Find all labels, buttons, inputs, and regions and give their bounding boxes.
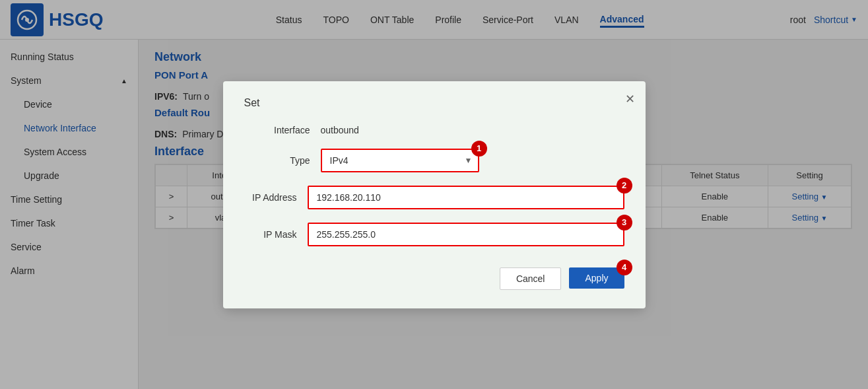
form-ip-row: IP Address 2 (244, 186, 624, 209)
step-badge-1: 1 (471, 141, 487, 157)
modal-close-button[interactable]: ✕ (625, 92, 635, 106)
ip-address-label: IP Address (244, 192, 297, 203)
interface-label: Interface (244, 125, 310, 135)
type-label: Type (244, 155, 310, 166)
ip-mask-input[interactable] (308, 223, 624, 246)
type-select-wrapper: IPv4 IPv6 ▼ (321, 149, 479, 172)
ip-mask-label: IP Mask (244, 229, 297, 240)
cancel-button[interactable]: Cancel (500, 267, 562, 290)
form-mask-row: IP Mask 3 (244, 223, 624, 246)
modal-title: Set (244, 97, 624, 109)
type-select[interactable]: IPv4 IPv6 (321, 149, 479, 172)
ip-address-input[interactable] (308, 186, 624, 209)
ip-input-wrapper: 2 (308, 186, 624, 209)
step-badge-2: 2 (617, 178, 632, 194)
form-interface-row: Interface outbound (244, 125, 624, 135)
mask-input-wrapper: 3 (308, 223, 624, 246)
set-modal: Set ✕ ForelSP Interface outbound Type IP… (223, 81, 646, 308)
step-badge-4: 4 (617, 260, 632, 275)
modal-footer: Apply 4 Cancel (244, 267, 624, 290)
interface-value: outbound (321, 125, 359, 135)
type-wrapper: IPv4 IPv6 ▼ 1 (321, 149, 479, 172)
apply-button[interactable]: Apply (569, 267, 624, 289)
form-type-row: Type IPv4 IPv6 ▼ 1 (244, 149, 624, 172)
modal-overlay: Set ✕ ForelSP Interface outbound Type IP… (0, 0, 868, 389)
step-badge-3: 3 (617, 215, 632, 230)
